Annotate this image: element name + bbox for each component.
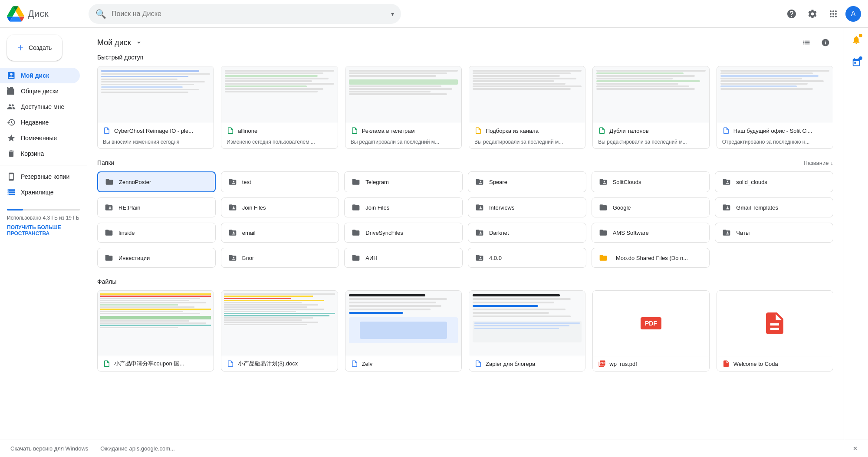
notifications-button[interactable] <box>848 31 865 49</box>
folder-item-drivesyncfiles[interactable]: DriveSyncFiles <box>344 223 463 243</box>
shared-drives-icon <box>7 87 16 95</box>
folder-icon <box>105 253 113 262</box>
folder-item-join-files-2[interactable]: Join Files <box>344 197 463 217</box>
bottom-bar-close[interactable]: ✕ <box>853 445 858 452</box>
quick-access-item[interactable]: Реклама в телеграм Вы редактировали за п… <box>345 66 462 149</box>
folder-name: email <box>242 230 256 236</box>
quick-access-item[interactable]: Дубли талонов Вы редактировали за послед… <box>592 66 709 149</box>
sidebar-divider <box>0 165 87 165</box>
folder-item-finside[interactable]: finside <box>97 223 216 243</box>
sidebar-item-starred[interactable]: Помеченные <box>0 130 80 146</box>
sidebar-item-recent-label: Недавние <box>21 119 49 126</box>
folder-item-darknet[interactable]: Darknet <box>468 223 586 243</box>
folder-name: Telegram <box>365 179 388 185</box>
folder-name: test <box>242 179 251 185</box>
file-card-info: Подборка из канала <box>469 123 585 138</box>
notification-badge <box>859 34 862 37</box>
file-name: Welcome to Coda <box>733 361 828 367</box>
folder-item-telegram[interactable]: Telegram <box>344 171 463 192</box>
main-header: Мой диск <box>97 28 833 54</box>
quick-access-item[interactable]: Подборка из канала Вы редактировали за п… <box>469 66 585 149</box>
file-card-info: Дубли талонов <box>593 123 709 138</box>
folder-item-chaty[interactable]: Чаты <box>715 223 833 243</box>
file-item-zapier[interactable]: Zapier для блогера <box>469 290 585 372</box>
folder-name: AMS Software <box>613 230 649 236</box>
folder-item-solid-clouds[interactable]: solid_clouds <box>715 171 833 192</box>
sort-arrow-icon: ↓ <box>831 160 834 166</box>
search-bar[interactable]: 🔍 ▾ <box>89 4 401 24</box>
folder-item-gmail-templates[interactable]: Gmail Templates <box>715 197 833 217</box>
folder-item-email[interactable]: email <box>221 223 339 243</box>
sidebar-item-my-drive-label: Мой диск <box>21 72 49 79</box>
folder-item-4-0-0[interactable]: 4.0.0 <box>468 248 586 268</box>
folder-item-zennoposter[interactable]: ZennoPoster <box>97 171 216 192</box>
folder-item-moo-do[interactable]: _Moo.do Shared Files (Do n... <box>592 248 710 268</box>
sheets-icon <box>227 127 234 135</box>
file-item-wp-pdf[interactable]: PDF wp_rus.pdf <box>592 290 709 372</box>
sort-label: Название <box>803 160 829 166</box>
sidebar-item-shared-with-me[interactable]: Доступные мне <box>0 99 80 115</box>
logo-text: Диск <box>28 8 49 20</box>
create-button[interactable]: + Создать <box>7 35 62 61</box>
file-name: 小产品融易计划(3).docx <box>238 360 332 368</box>
file-sub: Вы редактировали за последний м... <box>345 138 461 148</box>
sidebar-item-trash[interactable]: Корзина <box>0 146 80 161</box>
main-header-icons <box>799 35 833 50</box>
folder-name: Блог <box>242 255 254 261</box>
file-card-info: Welcome to Coda <box>717 356 833 371</box>
title-dropdown-icon[interactable] <box>135 38 143 47</box>
view-list-button[interactable] <box>799 35 814 50</box>
create-plus-icon: + <box>17 42 23 54</box>
sidebar-item-backups[interactable]: Резервные копии <box>0 169 80 184</box>
info-button[interactable] <box>818 35 833 50</box>
folder-item-join-files-1[interactable]: Join Files <box>221 197 339 217</box>
file-item-zelv[interactable]: Zelv <box>345 290 462 372</box>
file-name: CyberGhost Reimage IO - ple... <box>114 128 208 134</box>
user-avatar[interactable]: А <box>845 6 861 22</box>
topbar-actions: А <box>783 5 861 23</box>
apps-button[interactable] <box>825 5 842 23</box>
folders-grid: ZennoPoster test Telegram Speare SolitCl… <box>97 171 833 268</box>
folder-item-google[interactable]: Google <box>592 197 710 217</box>
quick-access-item[interactable]: CyberGhost Reimage IO - ple... Вы вносил… <box>97 66 214 149</box>
folder-item-ain[interactable]: АИН <box>344 248 463 268</box>
folder-shared-icon <box>228 228 237 237</box>
quick-access-item[interactable]: allinone Изменено сегодня пользователем … <box>221 66 338 149</box>
folder-item-test[interactable]: test <box>221 171 339 192</box>
quick-access-item[interactable]: Наш будущий офис - Solit Cl... Отредакти… <box>717 66 833 149</box>
calendar-button[interactable] <box>848 54 865 71</box>
storage-upgrade-link[interactable]: ПОЛУЧИТЬ БОЛЬШЕ ПРОСТРАНСТВА <box>7 224 80 237</box>
folder-item-re-plain[interactable]: RE:Plain <box>97 197 216 217</box>
folder-name: Join Files <box>365 204 389 211</box>
storage-info: Использовано 4,3 ГБ из 19 ГБ ПОЛУЧИТЬ БО… <box>0 200 87 242</box>
folder-name: DriveSyncFiles <box>365 230 403 236</box>
folder-name: Darknet <box>489 230 509 236</box>
search-input[interactable] <box>112 10 386 18</box>
folder-name: Speare <box>489 179 507 185</box>
folder-item-investitsii[interactable]: Инвестиции <box>97 248 216 268</box>
settings-button[interactable] <box>804 5 821 23</box>
file-item-coupon[interactable]: 小产品申请分享coupon-国... <box>97 290 214 372</box>
search-icon: 🔍 <box>95 9 106 19</box>
folder-item-solitclouds[interactable]: SolitClouds <box>592 171 710 192</box>
folder-item-speare[interactable]: Speare <box>468 171 586 192</box>
help-button[interactable] <box>783 5 800 23</box>
files-grid: 小产品申请分享coupon-国... <box>97 290 833 372</box>
folder-item-blog[interactable]: Блог <box>221 248 339 268</box>
folder-item-interviews[interactable]: Interviews <box>468 197 586 217</box>
backups-icon <box>7 172 16 181</box>
folder-item-ams-software[interactable]: AMS Software <box>592 223 710 243</box>
sort-button[interactable]: Название ↓ <box>803 160 833 166</box>
shared-with-me-icon <box>7 102 16 111</box>
docs-icon <box>103 127 111 135</box>
file-thumb <box>469 66 585 123</box>
sidebar-item-recent[interactable]: Недавние <box>0 115 80 130</box>
file-item-coda[interactable]: Welcome to Coda <box>717 290 833 372</box>
sidebar-item-storage[interactable]: Хранилище <box>0 184 80 200</box>
file-thumb <box>98 291 214 356</box>
search-dropdown-icon[interactable]: ▾ <box>391 10 394 17</box>
sidebar-item-shared-drives[interactable]: Общие диски <box>0 83 80 99</box>
file-name: wp_rus.pdf <box>609 361 704 367</box>
file-item-docx[interactable]: 小产品融易计划(3).docx <box>221 290 338 372</box>
sidebar-item-my-drive[interactable]: Мой диск <box>0 68 80 83</box>
